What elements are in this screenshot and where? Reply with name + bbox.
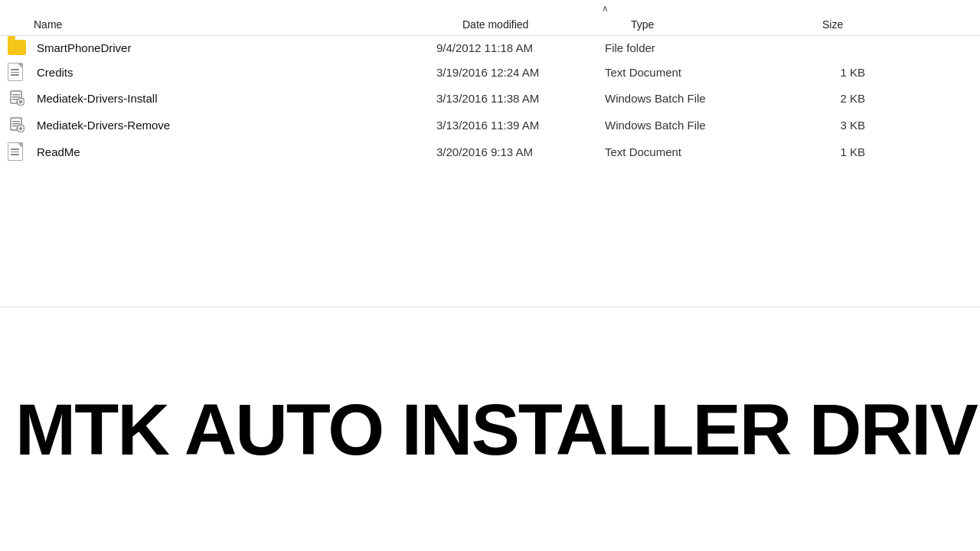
file-date: 3/19/2016 12:24 AM (436, 66, 605, 79)
svg-rect-20 (20, 125, 21, 126)
svg-rect-21 (20, 132, 21, 133)
file-type: Windows Batch File (605, 119, 796, 132)
file-icon-cell (8, 142, 34, 161)
file-name: Credits (34, 66, 436, 79)
svg-rect-16 (12, 123, 20, 125)
svg-rect-7 (20, 105, 21, 106)
text-document-icon (8, 142, 23, 161)
banner-text: MTK AUTO INSTALLER DRIVER 2022 (15, 393, 980, 466)
folder-icon (8, 40, 26, 55)
svg-point-5 (19, 100, 22, 103)
svg-point-19 (19, 127, 22, 130)
file-size: 3 KB (796, 119, 888, 132)
svg-rect-2 (12, 96, 20, 98)
col-type-header[interactable]: Type (631, 18, 822, 31)
sort-icon: ∧ (602, 3, 609, 14)
column-headers: Name Date modified Type Size (0, 15, 980, 36)
svg-rect-23 (24, 128, 25, 129)
col-name-header[interactable]: Name (34, 18, 462, 31)
file-name: SmartPhoneDriver (34, 41, 436, 54)
file-list: SmartPhoneDriver 9/4/2012 11:18 AM File … (0, 36, 980, 165)
file-date: 3/13/2016 11:39 AM (436, 119, 605, 132)
file-icon-cell (8, 89, 34, 108)
list-item[interactable]: ReadMe 3/20/2016 9:13 AM Text Document 1… (0, 139, 980, 165)
col-size-header[interactable]: Size (822, 18, 914, 31)
file-type: Text Document (605, 66, 796, 79)
svg-rect-15 (12, 121, 20, 122)
svg-rect-1 (12, 94, 20, 96)
file-name: Mediatek-Drivers-Install (34, 92, 436, 105)
text-document-icon (8, 63, 23, 81)
svg-rect-17 (12, 126, 18, 127)
sort-arrow[interactable]: ∧ (0, 0, 980, 15)
svg-rect-3 (12, 99, 18, 100)
file-size: 1 KB (796, 145, 888, 158)
file-name: Mediatek-Drivers-Remove (34, 119, 436, 132)
list-item[interactable]: SmartPhoneDriver 9/4/2012 11:18 AM File … (0, 36, 980, 59)
file-size: 2 KB (796, 92, 888, 105)
file-type: Text Document (605, 145, 796, 158)
svg-rect-6 (20, 98, 21, 99)
list-item[interactable]: Mediatek-Drivers-Remove 3/13/2016 11:39 … (0, 112, 980, 139)
file-size: 1 KB (796, 66, 888, 79)
svg-rect-8 (17, 101, 18, 102)
file-icon-cell (8, 63, 34, 81)
list-item[interactable]: Credits 3/19/2016 12:24 AM Text Document… (0, 59, 980, 85)
banner: MTK AUTO INSTALLER DRIVER 2022 (0, 306, 980, 551)
file-explorer: ∧ Name Date modified Type Size SmartPhon… (0, 0, 980, 306)
file-date: 3/13/2016 11:38 AM (436, 92, 605, 105)
col-date-header[interactable]: Date modified (462, 18, 631, 31)
svg-rect-9 (24, 101, 25, 102)
file-type: Windows Batch File (605, 92, 796, 105)
file-date: 3/20/2016 9:13 AM (436, 145, 605, 158)
list-item[interactable]: Mediatek-Drivers-Install 3/13/2016 11:38… (0, 85, 980, 112)
svg-rect-22 (17, 128, 18, 129)
file-date: 9/4/2012 11:18 AM (436, 41, 605, 54)
file-type: File folder (605, 41, 796, 54)
batch-file-icon (8, 116, 24, 135)
file-name: ReadMe (34, 145, 436, 158)
file-icon-cell (8, 40, 34, 55)
file-icon-cell (8, 116, 34, 135)
batch-file-icon (8, 89, 24, 108)
